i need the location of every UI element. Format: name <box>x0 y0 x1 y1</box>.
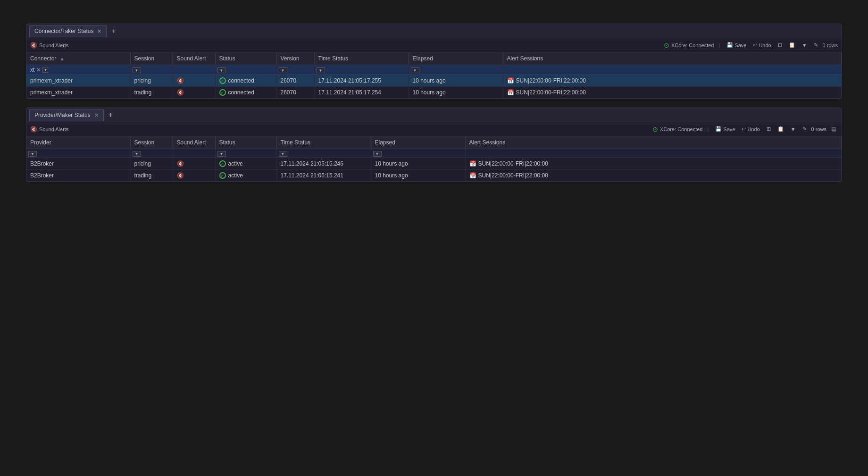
th-session-p[interactable]: Session <box>130 136 173 149</box>
edit-icon-provider: ✎ <box>802 126 807 132</box>
th-sound-alert[interactable]: Sound Alert <box>173 52 215 65</box>
table-row[interactable]: B2Broker pricing 🔇 active 17.11.2024 21:… <box>26 158 842 170</box>
table-row[interactable]: primexm_xtrader pricing 🔇 connected 2607… <box>26 75 842 87</box>
filter-cell-sound <box>173 65 215 75</box>
filter-button-provider[interactable]: ▼ <box>789 125 798 133</box>
filter-cell-alertsessions-p <box>465 149 842 158</box>
th-connector[interactable]: Connector ▲ <box>26 52 130 65</box>
extra-button-provider[interactable]: ▤ <box>829 125 838 133</box>
mute-icon-p: 🔇 <box>177 160 184 167</box>
filter-session-dropdown[interactable]: ▼ <box>133 67 141 73</box>
layout-button-connector[interactable]: ⊞ <box>776 41 784 49</box>
save-label: Save <box>734 42 746 48</box>
connector-tab-close[interactable]: ✕ <box>97 28 101 34</box>
th-time-status-p[interactable]: Time Status <box>276 136 371 149</box>
cell-version: 26070 <box>276 87 314 99</box>
connector-taker-tab[interactable]: Connector/Taker Status ✕ <box>29 25 107 37</box>
filter-connector-value: xt <box>28 67 34 73</box>
provider-add-tab[interactable]: + <box>106 111 116 119</box>
cell-elapsed: 10 hours ago <box>409 75 503 87</box>
export-icon-provider: 📋 <box>777 126 784 132</box>
cell-version: 26070 <box>276 75 314 87</box>
cell-session: pricing <box>130 75 173 87</box>
rows-count-connector: 0 rows <box>823 42 838 48</box>
filter-cell-status[interactable]: ▼ <box>215 65 276 75</box>
filter-cell-status-p[interactable]: ▼ <box>215 149 276 158</box>
filter-cell-elapsed-p[interactable]: ▼ <box>371 149 465 158</box>
status-text: connected <box>228 89 254 96</box>
export-button-connector[interactable]: 📋 <box>787 41 797 49</box>
layout-button-provider[interactable]: ⊞ <box>765 125 773 133</box>
sort-icon-connector: ▲ <box>60 56 65 61</box>
cell-sound-alert: 🔇 <box>173 87 215 99</box>
table-row[interactable]: primexm_xtrader trading 🔇 connected 2607… <box>26 87 842 99</box>
th-status-p[interactable]: Status <box>215 136 276 149</box>
th-provider[interactable]: Provider <box>26 136 130 149</box>
mute-icon: 🔇 <box>177 77 184 84</box>
th-status[interactable]: Status <box>215 52 276 65</box>
undo-button-connector[interactable]: ↩ Undo <box>751 41 773 49</box>
filter-cell-sound-p <box>173 149 215 158</box>
save-button-provider[interactable]: 💾 Save <box>713 125 737 133</box>
filter-cell-provider[interactable]: ▼ <box>26 149 130 158</box>
edit-button-connector[interactable]: ✎ <box>812 41 820 49</box>
filter-timestatus-p-dropdown[interactable]: ▼ <box>279 151 287 157</box>
filter-cell-session[interactable]: ▼ <box>130 65 173 75</box>
sep2: | <box>707 126 709 132</box>
filter-status-p-dropdown[interactable]: ▼ <box>217 151 226 157</box>
edit-button-provider[interactable]: ✎ <box>801 125 809 133</box>
filter-dropdown-icon[interactable]: ▼ <box>42 67 48 73</box>
provider-maker-tab[interactable]: Provider/Maker Status ✕ <box>29 109 104 121</box>
filter-close-icon[interactable]: ✕ <box>36 67 41 73</box>
provider-tab-close[interactable]: ✕ <box>94 112 99 118</box>
cell-sound-alert-p: 🔇 <box>173 158 215 170</box>
th-version[interactable]: Version <box>276 52 314 65</box>
cell-connector: primexm_xtrader <box>26 75 130 87</box>
undo-icon: ↩ <box>753 42 757 48</box>
undo-button-provider[interactable]: ↩ Undo <box>740 125 761 133</box>
provider-sound-alerts[interactable]: 🔇 Sound Alerts <box>30 126 68 133</box>
th-sound-alert-p[interactable]: Sound Alert <box>173 136 215 149</box>
provider-toolbar-left: 🔇 Sound Alerts <box>30 126 650 133</box>
filter-session-p-dropdown[interactable]: ▼ <box>133 151 141 157</box>
filter-cell-timestatus[interactable]: ▼ <box>314 65 409 75</box>
th-elapsed-p[interactable]: Elapsed <box>371 136 465 149</box>
filter-button-connector[interactable]: ▼ <box>800 42 809 49</box>
connector-table: Connector ▲ Session Sound Alert Status V… <box>26 52 842 99</box>
th-elapsed[interactable]: Elapsed <box>409 52 503 65</box>
calendar-icon: 📅 <box>507 89 514 96</box>
connector-sound-alerts[interactable]: 🔇 Sound Alerts <box>30 42 68 49</box>
filter-cell-session-p[interactable]: ▼ <box>130 149 173 158</box>
provider-toolbar-right: ⊙ XCore: Connected | 💾 Save ↩ Undo ⊞ 📋 ▼ <box>652 125 838 133</box>
filter-status-dropdown[interactable]: ▼ <box>217 67 226 73</box>
filter-provider-dropdown[interactable]: ▼ <box>28 151 37 157</box>
filter-elapsed-p-dropdown[interactable]: ▼ <box>373 151 382 157</box>
status-active-dot <box>219 160 226 167</box>
th-time-status[interactable]: Time Status <box>314 52 409 65</box>
cell-status-p: active <box>215 170 276 182</box>
th-alert-sessions[interactable]: Alert Sessions <box>503 52 842 65</box>
filter-timestatus-dropdown[interactable]: ▼ <box>317 67 325 73</box>
cell-status: connected <box>215 87 276 99</box>
rows-count-label-provider: 0 rows <box>811 126 826 132</box>
cell-timestatus-p: 17.11.2024 21:05:15.241 <box>276 170 371 182</box>
filter-cell-version[interactable]: ▼ <box>276 65 314 75</box>
filter-cell-timestatus-p[interactable]: ▼ <box>276 149 371 158</box>
th-session[interactable]: Session <box>130 52 173 65</box>
layout-icon: ⊞ <box>778 42 782 48</box>
provider-filter-row: ▼ ▼ ▼ ▼ ▼ <box>26 149 842 158</box>
filter-elapsed-dropdown[interactable]: ▼ <box>411 67 419 73</box>
connector-add-tab[interactable]: + <box>108 27 118 35</box>
provider-tab-label: Provider/Maker Status <box>34 112 91 118</box>
table-row[interactable]: B2Broker trading 🔇 active 17.11.2024 21:… <box>26 170 842 182</box>
th-alert-sessions-p[interactable]: Alert Sessions <box>465 136 842 149</box>
sep1: | <box>718 42 720 48</box>
filter-version-dropdown[interactable]: ▼ <box>279 67 287 73</box>
export-button-provider[interactable]: 📋 <box>776 125 786 133</box>
provider-table-header: Provider Session Sound Alert Status Time… <box>26 136 842 149</box>
save-button-connector[interactable]: 💾 Save <box>725 41 748 49</box>
connector-toolbar-left: 🔇 Sound Alerts <box>30 42 661 49</box>
filter-cell-connector[interactable]: xt ✕ ▼ <box>26 65 130 75</box>
filter-cell-elapsed[interactable]: ▼ <box>409 65 503 75</box>
save-icon: 💾 <box>726 42 733 48</box>
